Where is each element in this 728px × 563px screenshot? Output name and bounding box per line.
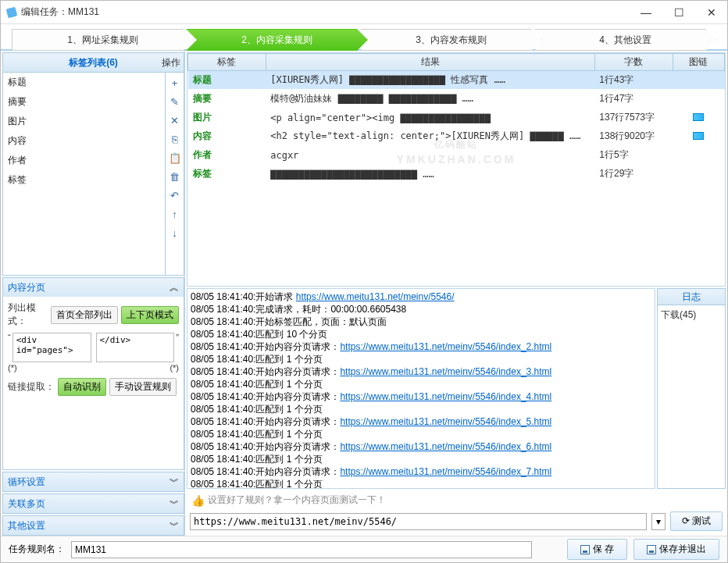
loop-settings-header[interactable]: 循环设置︾ [3, 472, 184, 491]
log-url-link[interactable]: https://www.meitu131.net/meinv/5546/inde… [340, 466, 551, 477]
log-line: 08/05 18:41:40:匹配到 1 个分页 [191, 353, 651, 365]
move-up-icon[interactable]: ↑ [168, 207, 182, 221]
url-dropdown-button[interactable]: ▾ [651, 513, 666, 530]
log-line: 08/05 18:41:40:匹配到 1 个分页 [191, 378, 651, 390]
tag-list-item[interactable]: 作者 [3, 151, 165, 170]
cell-img [673, 90, 725, 109]
col-header-count[interactable]: 字数 [594, 54, 673, 71]
thumb-up-icon: 👍 [191, 494, 205, 507]
content-paging-header[interactable]: 内容分页 ︽ [3, 278, 184, 297]
tag-list-item[interactable]: 内容 [3, 131, 165, 151]
log-line: 08/05 18:41:40:匹配到 1 个分页 [191, 428, 651, 440]
log-output[interactable]: 08/05 18:41:40:开始请求 https://www.meitu131… [187, 288, 655, 489]
edit-icon[interactable]: ✎ [168, 94, 182, 109]
tag-list-item[interactable]: 标签 [3, 170, 165, 190]
disk-icon [580, 545, 590, 554]
log-url-link[interactable]: https://www.meitu131.net/meinv/5546/inde… [340, 366, 551, 377]
log-url-link[interactable]: https://www.meitu131.net/meinv/5546/inde… [340, 416, 551, 427]
link-extract-label: 链接提取： [8, 380, 55, 394]
list-mode-label: 列出模式： [8, 301, 48, 328]
tag-list-ops-label: 操作 [162, 56, 180, 69]
wizard-tabs: 1、网址采集规则 2、内容采集规则 3、内容发布规则 4、其他设置 [1, 24, 727, 51]
cell-count: 1行29字 [594, 165, 673, 184]
cell-tag: 标题 [188, 71, 266, 90]
add-icon[interactable]: + [168, 76, 182, 90]
undo-icon[interactable]: ↶ [168, 188, 182, 202]
wizard-tab-publish-rules[interactable]: 3、内容发布规则 [360, 29, 542, 51]
log-line: 08/05 18:41:40:开始内容分页请求：https://www.meit… [191, 465, 651, 478]
copy-icon[interactable]: ⎘ [168, 132, 182, 146]
table-row[interactable]: 标签▇▇▇▇▇▇▇▇▇▇▇▇▇▇▇▇▇▇▇▇▇▇▇▇▇▇ ……1行29字 [188, 165, 725, 184]
table-row[interactable]: 摘要模特@奶油妹妹 ▇▇▇▇▇▇▇▇ ▇▇▇▇▇▇▇▇▇▇▇▇ ……1行47字 [188, 90, 725, 109]
trash-icon[interactable]: 🗑 [168, 169, 182, 184]
prev-next-button[interactable]: 上下页模式 [121, 306, 179, 324]
tag-list-item[interactable]: 图片 [3, 112, 165, 131]
test-button[interactable]: ⟳ 测试 [670, 511, 723, 531]
task-name-input[interactable] [71, 541, 532, 558]
save-button[interactable]: 保 存 [567, 539, 627, 560]
download-count[interactable]: 下载(45) [661, 308, 722, 322]
wizard-tab-url-rules[interactable]: 1、网址采集规则 [12, 29, 194, 51]
log-url-link[interactable]: https://www.meitu131.net/meinv/5546/inde… [340, 391, 551, 402]
chevron-down-icon: ︾ [170, 476, 179, 489]
col-header-result[interactable]: 结果 [266, 54, 594, 71]
cell-result: [XIUREN秀人网] ▇▇▇▇▇▇▇▇▇▇▇▇▇▇▇▇▇ 性感写真 …… [266, 71, 594, 90]
cell-img [673, 165, 725, 184]
col-header-tag[interactable]: 标签 [188, 54, 266, 71]
move-down-icon[interactable]: ↓ [168, 226, 182, 240]
table-row[interactable]: 标题[XIUREN秀人网] ▇▇▇▇▇▇▇▇▇▇▇▇▇▇▇▇▇ 性感写真 ……1… [188, 71, 725, 90]
chevron-down-icon: ︾ [170, 497, 179, 511]
table-row[interactable]: 图片<p align="center"><img ▇▇▇▇▇▇▇▇▇▇▇▇▇▇▇… [188, 109, 725, 127]
close-button[interactable]: ✕ [702, 3, 721, 22]
delete-icon[interactable]: ✕ [168, 113, 182, 127]
cell-tag: 标签 [188, 165, 266, 184]
paste-icon[interactable]: 📋 [168, 151, 182, 165]
wizard-tab-content-rules[interactable]: 2、内容采集规则 [186, 29, 368, 51]
log-side-header: 日志 [657, 288, 726, 305]
task-name-label: 任务规则名： [9, 543, 65, 556]
cell-count: 137行7573字 [594, 109, 673, 127]
start-html-input[interactable] [12, 333, 91, 362]
log-line: 08/05 18:41:40:开始内容分页请求：https://www.meit… [191, 415, 651, 428]
cell-img [673, 127, 725, 146]
other-settings-header[interactable]: 其他设置︾ [3, 516, 184, 535]
log-url-link[interactable]: https://www.meitu131.net/meinv/5546/ [296, 291, 455, 302]
cell-img [673, 109, 725, 127]
cell-img [673, 146, 725, 165]
cell-tag: 图片 [188, 109, 266, 127]
star-right-label: (*) [170, 363, 179, 372]
log-url-link[interactable]: https://www.meitu131.net/meinv/5546/inde… [340, 341, 551, 352]
tag-list-item[interactable]: 摘要 [3, 92, 165, 112]
first-all-button[interactable]: 首页全部列出 [51, 306, 118, 324]
manual-rules-button[interactable]: 手动设置规则 [109, 378, 177, 396]
cell-count: 1行47字 [594, 90, 673, 109]
chevron-down-icon: ︾ [170, 519, 179, 533]
star-left-label: (*) [8, 363, 17, 372]
cell-result: 模特@奶油妹妹 ▇▇▇▇▇▇▇▇ ▇▇▇▇▇▇▇▇▇▇▇▇ …… [266, 90, 594, 109]
save-exit-button[interactable]: 保存并退出 [633, 539, 719, 560]
end-html-input[interactable] [96, 333, 175, 362]
table-row[interactable]: 内容<h2 style="text-align: center;">[XIURE… [188, 127, 725, 146]
result-table: 标签 结果 字数 图链 标题[XIUREN秀人网] ▇▇▇▇▇▇▇▇▇▇▇▇▇▇… [187, 53, 725, 184]
cell-result: <h2 style="text-align: center;">[XIUREN秀… [266, 127, 594, 146]
tag-list[interactable]: 标题摘要图片内容作者标签 [2, 73, 166, 276]
log-line: 08/05 18:41:40:匹配到 10 个分页 [191, 328, 651, 340]
chevron-up-icon: ︽ [170, 281, 179, 294]
table-row[interactable]: 作者acgxr1行5字 [188, 146, 725, 165]
maximize-button[interactable]: ☐ [669, 3, 688, 22]
related-pages-header[interactable]: 关联多页︾ [3, 494, 184, 513]
auto-detect-button[interactable]: 自动识别 [58, 378, 106, 396]
tag-list-item[interactable]: 标题 [3, 73, 165, 92]
tag-side-toolbar: + ✎ ✕ ⎘ 📋 🗑 ↶ ↑ ↓ [166, 73, 184, 276]
cell-img [673, 71, 725, 90]
log-url-link[interactable]: https://www.meitu131.net/meinv/5546/inde… [340, 441, 551, 452]
log-line: 08/05 18:41:40:匹配到 1 个分页 [191, 403, 651, 415]
test-url-input[interactable] [190, 513, 647, 530]
window-title: 编辑任务：MM131 [21, 5, 637, 19]
wizard-tab-other-settings[interactable]: 4、其他设置 [534, 29, 716, 51]
col-header-img[interactable]: 图链 [673, 54, 725, 71]
image-icon [693, 113, 704, 121]
cell-result: ▇▇▇▇▇▇▇▇▇▇▇▇▇▇▇▇▇▇▇▇▇▇▇▇▇▇ …… [266, 165, 594, 184]
log-line: 08/05 18:41:40:开始请求 https://www.meitu131… [191, 290, 651, 303]
minimize-button[interactable]: — [637, 3, 655, 22]
